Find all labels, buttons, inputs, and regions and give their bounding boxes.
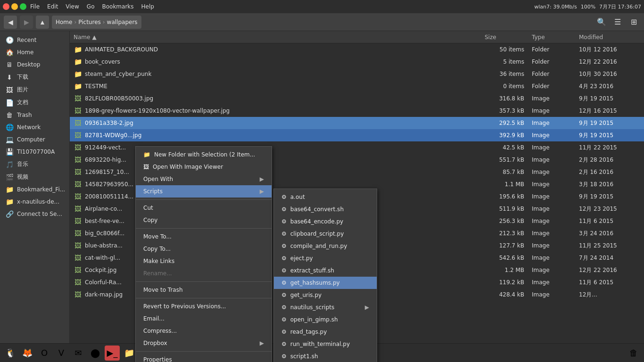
minimize-button[interactable] (11, 3, 18, 10)
sm-get-hashsums[interactable]: ⚙ get_hashsums.py (274, 277, 377, 289)
file-type: Image (532, 279, 579, 286)
sm-clipboard[interactable]: ⚙ clipboard_script.py (274, 228, 377, 240)
taskbar-app-5[interactable]: ⬤ (88, 346, 103, 361)
sm-nautilus-scripts-label: nautilus_scripts (290, 304, 335, 311)
sm-run-terminal[interactable]: ⚙ run_with_terminal.py (274, 338, 377, 350)
close-button[interactable] (3, 3, 9, 10)
cm-new-folder[interactable]: 📁 New Folder with Selection (2 Item... (136, 148, 272, 161)
forward-button[interactable]: ▶ (20, 16, 33, 29)
sm-base64-convert[interactable]: ⚙ base64_convert.sh (274, 203, 377, 215)
cm-make-links[interactable]: Make Links (136, 255, 272, 267)
sidebar-item-bookmarked[interactable]: 📁 Bookmarked_Fi... (0, 183, 69, 196)
file-row[interactable]: 🖼 1898-grey-flowers-1920x1080-vector-wal… (70, 105, 644, 117)
cm-cut[interactable]: Cut (136, 202, 272, 214)
cm-move-to[interactable]: Move To... (136, 230, 272, 243)
breadcrumb-wallpapers[interactable]: wallpapers (107, 19, 138, 25)
maximize-button[interactable] (20, 3, 26, 10)
menu-bookmarks[interactable]: Bookmarks (102, 3, 133, 10)
taskbar-app-4[interactable]: ✉ (71, 346, 86, 361)
file-row[interactable]: 📁 TESTME 0 items Folder 4月 23 2016 (70, 80, 644, 92)
cm-email[interactable]: Email... (136, 313, 272, 325)
cm-scripts[interactable]: Scripts ▶ (136, 185, 272, 197)
sm-nautilus-scripts[interactable]: ⚙ nautilus_scripts ▶ (274, 301, 377, 313)
sm-read-tags[interactable]: ⚙ read_tags.py (274, 326, 377, 338)
back-button[interactable]: ◀ (4, 16, 17, 29)
header-type[interactable]: Type (532, 34, 579, 41)
cm-dropbox[interactable]: Dropbox ▶ (136, 337, 272, 349)
list-view-button[interactable]: ☰ (611, 16, 624, 29)
menu-edit[interactable]: Edit (47, 3, 58, 10)
window-controls[interactable] (3, 3, 26, 10)
cm-properties[interactable]: Properties (136, 354, 272, 362)
file-type-icon: 🖼 (74, 193, 82, 200)
file-name: 🖼 09361a338-2.jpg (74, 119, 485, 127)
sm-open-gimp[interactable]: ⚙ open_in_gimp.sh (274, 313, 377, 326)
cm-move-to-label: Move To... (143, 233, 172, 240)
sidebar-item-recent[interactable]: 🕐 Recent (0, 34, 69, 46)
sm-base64-encode[interactable]: ⚙ base64_encode.py (274, 215, 377, 228)
menu-help[interactable]: Help (141, 3, 154, 10)
sidebar-item-desktop[interactable]: 🖥 Desktop (0, 58, 69, 71)
file-size: 392.9 kB (485, 132, 532, 139)
context-menu: 📁 New Folder with Selection (2 Item... 🖼… (135, 146, 272, 362)
header-size[interactable]: Size (485, 34, 532, 41)
file-type: Folder (532, 46, 579, 53)
sidebar-label-computer: Computer (17, 136, 45, 143)
sm-compile[interactable]: ⚙ compile_and_run.py (274, 240, 377, 252)
cm-open-with[interactable]: Open With ▶ (136, 173, 272, 185)
videos-icon: 🎬 (6, 173, 13, 181)
file-row[interactable]: 📁 ANIMATED_BACKGROUND 50 items Folder 10… (70, 43, 644, 56)
sidebar-item-music[interactable]: 🎵 音乐 (0, 158, 69, 171)
cm-revert[interactable]: Revert to Previous Versions... (136, 300, 272, 313)
cm-compress[interactable]: Compress... (136, 325, 272, 337)
file-row[interactable]: 🖼 09361a338-2.jpg 292.5 kB Image 9月 19 2… (70, 117, 644, 129)
file-row[interactable]: 🖼 82781-WDWg0...jpg 392.9 kB Image 9月 19… (70, 129, 644, 141)
sm-clipboard-label: clipboard_script.py (290, 230, 344, 237)
sidebar-item-documents[interactable]: 📄 文档 (0, 96, 69, 109)
sidebar-item-x-nautilus[interactable]: 📁 x-nautilus-de... (0, 196, 69, 208)
sidebar-item-videos[interactable]: 🎬 视频 (0, 171, 69, 183)
breadcrumb-pictures[interactable]: Pictures (78, 19, 101, 25)
sidebar-item-ti[interactable]: 💾 TI10707700A (0, 146, 69, 158)
file-type-icon: 🖼 (74, 205, 82, 213)
cm-trash[interactable]: Move to Trash (136, 284, 272, 296)
sidebar-item-home[interactable]: 🏠 Home (0, 46, 69, 58)
file-row[interactable]: 📁 book_covers 5 items Folder 12月 22 2016 (70, 56, 644, 68)
file-row[interactable]: 🖼 82LFLOBR00B50003.jpg 316.8 kB Image 9月… (70, 92, 644, 105)
sm-eject[interactable]: ⚙ eject.py (274, 252, 377, 264)
taskbar-trash[interactable]: 🗑 (626, 346, 641, 361)
breadcrumb-home[interactable]: Home (56, 19, 72, 25)
file-size: 551.7 kB (485, 156, 532, 163)
taskbar-app-6[interactable]: ▶_ (105, 346, 120, 361)
sidebar-item-connect[interactable]: 🔗 Connect to Se... (0, 208, 69, 220)
cm-open-viewer[interactable]: 🖼 Open With Image Viewer (136, 161, 272, 173)
sm-get-uris[interactable]: ⚙ get_uris.py (274, 289, 377, 301)
cm-sep-3 (136, 281, 272, 282)
taskbar-app-2[interactable]: O (37, 346, 52, 361)
sm-script1[interactable]: ⚙ script1.sh (274, 350, 377, 362)
sidebar-item-computer[interactable]: 💻 Computer (0, 133, 69, 146)
header-modified[interactable]: Modified (579, 34, 640, 41)
taskbar-app-1[interactable]: 🦊 (20, 346, 35, 361)
taskbar-app-3[interactable]: V (54, 346, 69, 361)
taskbar-app-0[interactable]: 🐧 (3, 346, 18, 361)
sidebar-item-trash[interactable]: 🗑 Trash (0, 109, 69, 121)
sm-extract[interactable]: ⚙ extract_stuff.sh (274, 264, 377, 277)
cm-copy[interactable]: Copy (136, 214, 272, 226)
taskbar-app-7[interactable]: 📁 (122, 346, 137, 361)
up-button[interactable]: ▲ (36, 16, 49, 29)
sidebar-item-downloads[interactable]: ⬇ 下载 (0, 71, 69, 83)
file-modified: 2月 16 2016 (579, 168, 640, 176)
header-name[interactable]: Name ▲ (74, 34, 485, 41)
menu-go[interactable]: Go (87, 3, 95, 10)
menu-file[interactable]: File (30, 3, 40, 10)
cm-copy-to[interactable]: Copy To... (136, 243, 272, 255)
sm-a-out[interactable]: ⚙ a.out (274, 191, 377, 203)
search-button[interactable]: 🔍 (595, 16, 608, 29)
file-size: 357.3 kB (485, 107, 532, 114)
file-row[interactable]: 📁 steam_and_cyber_punk 36 items Folder 1… (70, 68, 644, 80)
menu-view[interactable]: View (66, 3, 79, 10)
grid-view-button[interactable]: ⊞ (627, 16, 640, 29)
sidebar-item-network[interactable]: 🌐 Network (0, 121, 69, 133)
sidebar-item-pictures[interactable]: 🖼 图片 (0, 83, 69, 96)
